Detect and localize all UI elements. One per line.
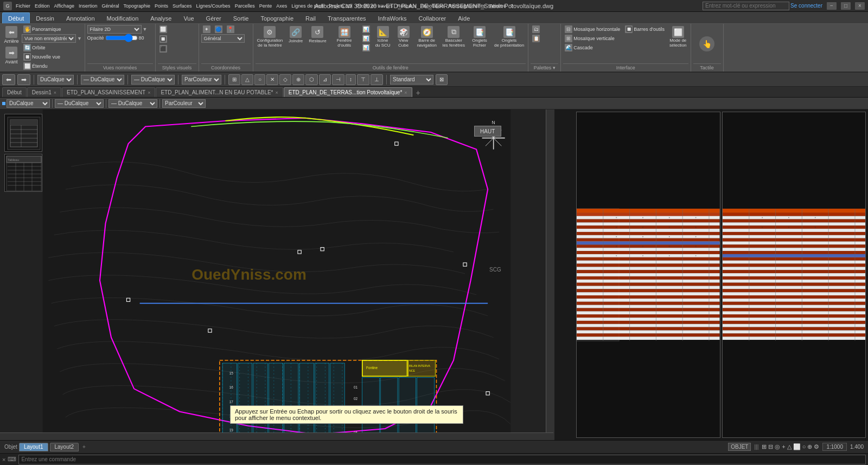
coord-btn2[interactable]: 🔵 xyxy=(213,25,224,34)
color-select[interactable]: ParCouleur xyxy=(182,75,221,85)
linetype-select[interactable]: — DuCalque xyxy=(55,99,104,108)
obj-type-select[interactable]: DuCalque xyxy=(7,99,50,108)
style-btn1[interactable]: ⬜ xyxy=(158,25,169,34)
restaure-btn[interactable]: ↺ Restaure xyxy=(307,25,328,44)
snap-btn2[interactable]: △ xyxy=(241,74,253,85)
status-icon-2[interactable]: ⊟ xyxy=(768,443,773,450)
cmd-x-btn[interactable]: × xyxy=(2,456,5,463)
doc-tab-dessin1[interactable]: Dessin1 × xyxy=(27,87,61,97)
snap-mode-indicator[interactable]: OBJET xyxy=(728,443,751,451)
layer-select2[interactable]: — DuCalque xyxy=(81,75,124,85)
lineweight-select[interactable]: — DuCalque xyxy=(108,99,157,108)
basculer-btn[interactable]: ⧉ Basculerles fenêtres xyxy=(441,25,467,49)
snap-btn11[interactable]: ⊤ xyxy=(357,74,369,85)
palette-btn3[interactable]: 📊 xyxy=(361,43,372,52)
status-icon-3[interactable]: ◎ xyxy=(775,443,780,450)
status-icon-1[interactable]: ⊞ xyxy=(762,443,767,450)
status-icon-8[interactable]: ⊕ xyxy=(807,443,812,450)
nav-avant-btn[interactable]: ➡ Avant xyxy=(2,46,21,66)
menu-fichier[interactable]: Fichier xyxy=(14,3,32,9)
close-assainissement[interactable]: × xyxy=(148,90,150,95)
menu-axes[interactable]: Axes xyxy=(275,3,289,9)
thumb1[interactable] xyxy=(4,114,42,152)
status-icon-4[interactable]: + xyxy=(782,443,785,450)
onglets-fichier-btn[interactable]: 📑 OngletsFichier xyxy=(469,25,490,49)
tab-rail[interactable]: Rail xyxy=(299,12,322,23)
style-btn2[interactable]: 🔲 xyxy=(158,35,169,43)
layer-select1[interactable]: DuCalque xyxy=(37,75,74,85)
mode-selection-btn[interactable]: ⬜ Mode desélection xyxy=(668,25,688,49)
add-doc-tab[interactable]: + xyxy=(413,88,424,97)
vertical-scrollbar[interactable] xyxy=(546,109,553,440)
palette-btn1[interactable]: 📊 xyxy=(361,25,372,34)
palette-a[interactable]: 🗂 xyxy=(531,25,541,34)
close-alimentation[interactable]: × xyxy=(276,90,278,95)
cascade-btn[interactable]: 🌊Cascade xyxy=(563,43,622,52)
menu-parcelles[interactable]: Parcelles xyxy=(233,3,257,9)
fwd-btn[interactable]: ➡ xyxy=(17,74,30,85)
vue-dropdown[interactable]: Vue non enregistrée xyxy=(22,34,76,43)
doc-tab-debut[interactable]: Début xyxy=(2,87,27,97)
login-link[interactable]: Se connecter xyxy=(790,3,822,9)
search-input[interactable] xyxy=(703,2,789,10)
tab-topographie[interactable]: Topographie xyxy=(254,12,299,23)
close-button[interactable]: × xyxy=(855,2,865,10)
onglets-pres-btn[interactable]: 📑 Ongletsde présentation xyxy=(493,25,526,49)
layout-tab-layout1[interactable]: Layout1 xyxy=(19,443,48,451)
minimize-button[interactable]: − xyxy=(827,2,837,10)
tab-infraworks[interactable]: InfraWorks xyxy=(372,12,413,23)
snap-btn5[interactable]: ◇ xyxy=(279,74,291,85)
tab-annotation[interactable]: Annotation xyxy=(60,12,101,23)
close-dessin1[interactable]: × xyxy=(54,90,56,95)
tab-analyse[interactable]: Analyse xyxy=(144,12,177,23)
menu-insertion[interactable]: Insertion xyxy=(77,3,99,9)
tab-debut[interactable]: Début xyxy=(2,12,30,23)
status-icon-7[interactable]: ○ xyxy=(802,443,806,450)
command-input[interactable] xyxy=(18,455,866,464)
menu-general[interactable]: Général xyxy=(100,3,120,9)
snap-btn7[interactable]: ⬡ xyxy=(305,74,318,85)
coord-btn1[interactable]: ✦ xyxy=(201,25,212,34)
tab-collaborer[interactable]: Collaborer xyxy=(413,12,452,23)
snap-btn9[interactable]: ⊣ xyxy=(332,74,344,85)
coord-dropdown[interactable]: Général xyxy=(201,34,245,43)
tab-aide[interactable]: Aide xyxy=(452,12,476,23)
menu-edition[interactable]: Edition xyxy=(33,3,52,9)
barres-outils-btn[interactable]: 🔲Barres d'outils xyxy=(623,25,666,34)
nouvelle-vue-btn[interactable]: 🔲 Nouvelle vue xyxy=(22,53,82,61)
orbite-btn[interactable]: 🔄 Orbite xyxy=(22,43,82,52)
config-fenetre-btn[interactable]: ⚙ Configurationde la fenêtre xyxy=(256,25,285,49)
zoom-fit-btn[interactable]: ⊠ xyxy=(436,74,448,85)
snap-btn8[interactable]: ⊿ xyxy=(319,74,331,85)
style-vue-dropdown[interactable]: Filaire 2D xyxy=(87,25,142,34)
restore-button[interactable]: □ xyxy=(841,2,851,10)
doc-tab-alimentation[interactable]: ETD_PLAN_ALIMENT...N EN EAU POTABLE* × xyxy=(156,87,283,97)
menu-points[interactable]: Points xyxy=(153,3,170,9)
snap-btn12[interactable]: ⊥ xyxy=(371,74,383,85)
fenetre-outils-btn[interactable]: 🪟 Fenêtred'outils xyxy=(330,25,359,49)
status-icon-6[interactable]: ⬜ xyxy=(793,443,801,450)
etendu-btn[interactable]: ⬜ Étendu xyxy=(22,62,82,70)
menu-surfaces[interactable]: Surfaces xyxy=(171,3,194,9)
menu-affichage[interactable]: Affichage xyxy=(53,3,76,9)
snap-btn1[interactable]: ⊞ xyxy=(228,74,240,85)
haut-button[interactable]: HAUT xyxy=(474,126,501,137)
nav-arriere-btn[interactable]: ⬅ Arrière xyxy=(2,25,21,45)
mosaique-h-btn[interactable]: ⊟Mosaïque horizontale xyxy=(563,25,622,34)
back-btn[interactable]: ⬅ xyxy=(2,74,15,85)
thumb2[interactable]: Tableau xyxy=(4,154,42,192)
mosaique-v-btn[interactable]: ⊞Mosaïque verticale xyxy=(563,34,622,43)
snap-btn10[interactable]: ↕ xyxy=(346,74,356,85)
snap-btn3[interactable]: ○ xyxy=(254,74,265,85)
joindre-btn[interactable]: 🔗 Joindre xyxy=(286,25,305,44)
snap-btn6[interactable]: ⊕ xyxy=(292,74,304,85)
barre-navigation-btn[interactable]: 🧭 Barre denavigation xyxy=(415,25,439,49)
panoramique-btn[interactable]: 🖐 Panoramique xyxy=(22,25,82,34)
layout-tab-layout2[interactable]: Layout2 xyxy=(50,443,79,451)
menu-topographie[interactable]: Topographie xyxy=(122,3,152,9)
status-icon-5[interactable]: △ xyxy=(787,443,792,450)
canvas-area[interactable]: Fontine BILAN INTERVA NCE 15 16 17 18 19… xyxy=(0,109,553,440)
standard-select[interactable]: Standard xyxy=(390,75,433,85)
tab-transparentes[interactable]: Transparentes xyxy=(322,12,372,23)
close-terrassement[interactable]: × xyxy=(404,90,407,95)
